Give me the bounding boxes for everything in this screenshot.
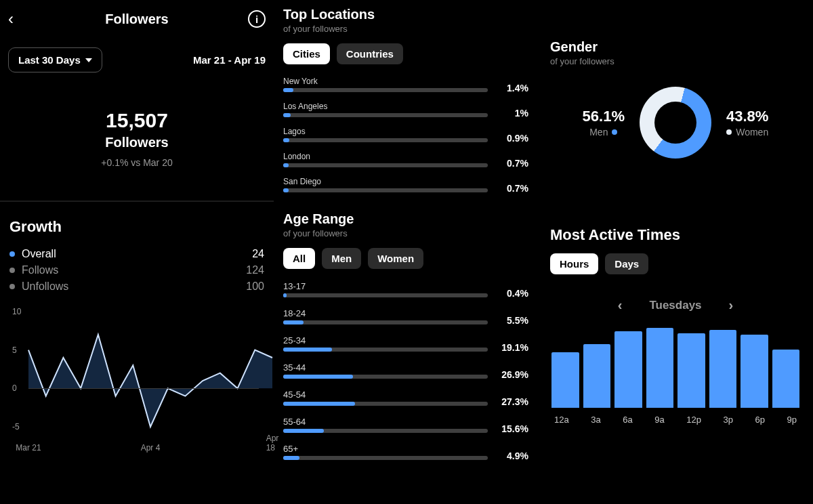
bar-fill xyxy=(283,88,293,92)
tab-countries[interactable]: Countries xyxy=(337,43,403,64)
xtick: Apr 4 xyxy=(141,443,161,453)
tab-women[interactable]: Women xyxy=(368,248,423,269)
locations-tabs: CitiesCountries xyxy=(274,34,538,74)
bar-row: 25-3419.1% xyxy=(274,333,538,360)
bar-fill xyxy=(283,320,304,324)
tab-all[interactable]: All xyxy=(283,248,315,269)
next-day-button[interactable]: › xyxy=(729,297,734,313)
hour-tick: 9a xyxy=(654,415,664,425)
followers-panel: ‹ Followers i Last 30 Days Mar 21 - Apr … xyxy=(0,0,274,504)
bar-fill xyxy=(283,456,299,460)
hour-tick: 3a xyxy=(591,415,600,425)
panel-header: ‹ Followers i xyxy=(0,0,274,38)
tab-men[interactable]: Men xyxy=(322,248,361,269)
xtick: Apr 18 xyxy=(266,434,279,453)
bar-track xyxy=(283,375,488,379)
legend-value: 124 xyxy=(246,264,264,276)
bar-value: 1% xyxy=(495,108,528,119)
bar-label: Lagos xyxy=(283,127,488,136)
growth-section: Growth Overall24Follows124Unfollows100 1… xyxy=(0,202,274,440)
bar-row: 55-6415.6% xyxy=(274,414,538,441)
growth-title: Growth xyxy=(9,218,264,236)
active-times-title: Most Active Times xyxy=(550,226,801,244)
bar-track xyxy=(283,188,488,192)
age-header: Age Range of your followers xyxy=(274,205,538,238)
hour-tick: 9p xyxy=(787,415,796,425)
bar-row: 45-5427.3% xyxy=(274,387,538,414)
bar-value: 0.9% xyxy=(495,133,528,144)
bar-row: 35-4426.9% xyxy=(274,360,538,387)
bar-label: 35-44 xyxy=(283,362,488,373)
hour-bar xyxy=(583,344,611,408)
growth-legend-row: Unfollows100 xyxy=(9,280,264,293)
bar-row: San Diego0.7% xyxy=(274,174,538,199)
tab-hours[interactable]: Hours xyxy=(550,253,598,274)
active-times-xticks: 12a3a6a9a12p3p6p9p xyxy=(550,415,801,425)
hour-bar xyxy=(646,328,674,408)
growth-chart: 1050-5Mar 21Apr 4Apr 18 xyxy=(28,312,259,440)
legend-label: Unfollows xyxy=(22,280,68,293)
back-button[interactable]: ‹ xyxy=(8,9,14,28)
info-icon[interactable]: i xyxy=(248,10,266,28)
bar-fill xyxy=(283,188,289,192)
active-times-tabs: HoursDays xyxy=(550,244,801,284)
date-range-bar: Last 30 Days Mar 21 - Apr 19 xyxy=(0,38,274,89)
bar-label: 25-34 xyxy=(283,335,488,345)
tab-cities[interactable]: Cities xyxy=(283,43,330,64)
prev-day-button[interactable]: ‹ xyxy=(618,297,623,313)
growth-legend-row: Follows124 xyxy=(9,264,264,276)
bar-value: 19.1% xyxy=(495,342,528,353)
gender-subtitle: of your followers xyxy=(550,56,801,66)
bar-label: Los Angeles xyxy=(283,102,488,111)
locations-subtitle: of your followers xyxy=(283,24,528,34)
hour-bar xyxy=(551,352,579,408)
gender-women-pct: 43.8% xyxy=(726,108,768,125)
bar-label: 45-54 xyxy=(283,390,488,400)
day-label: Tuesdays xyxy=(649,299,701,312)
date-range-label: Last 30 Days xyxy=(18,54,81,66)
bar-label: 18-24 xyxy=(283,308,488,318)
xtick: Mar 21 xyxy=(16,443,41,453)
locations-age-panel: Top Locations of your followers CitiesCo… xyxy=(274,0,538,504)
legend-label: Follows xyxy=(22,264,58,276)
bar-row: New York1.4% xyxy=(274,74,538,99)
hour-bar xyxy=(678,333,705,408)
bar-track xyxy=(283,163,488,167)
dot-icon xyxy=(9,251,15,257)
bar-track xyxy=(283,456,488,460)
bar-fill xyxy=(283,293,287,297)
ytick: 5 xyxy=(12,345,17,355)
legend-value: 100 xyxy=(246,280,264,293)
bar-fill xyxy=(283,375,353,379)
date-range-button[interactable]: Last 30 Days xyxy=(8,47,102,72)
bar-fill xyxy=(283,163,289,167)
gender-women: 43.8% Women xyxy=(726,108,768,138)
hour-tick: 12a xyxy=(554,415,569,425)
hour-tick: 12p xyxy=(686,415,701,425)
bar-fill xyxy=(283,429,324,433)
dot-icon xyxy=(9,284,15,289)
gender-breakdown: 56.1% Men 43.8% Women xyxy=(550,87,801,159)
active-times-chart xyxy=(550,327,801,408)
page-title: Followers xyxy=(105,12,168,27)
follower-count: 15,507 xyxy=(0,109,274,132)
gender-men-label: Men xyxy=(589,127,608,138)
locations-title: Top Locations xyxy=(283,7,528,22)
gender-men-pct: 56.1% xyxy=(583,108,625,125)
bar-row: 18-245.5% xyxy=(274,306,538,333)
date-range-text: Mar 21 - Apr 19 xyxy=(193,54,266,66)
bar-value: 15.6% xyxy=(495,423,528,434)
bar-value: 1.4% xyxy=(495,83,528,93)
bar-row: Los Angeles1% xyxy=(274,99,538,124)
hour-tick: 6a xyxy=(623,415,632,425)
bar-row: London0.7% xyxy=(274,149,538,174)
bar-track xyxy=(283,320,488,324)
bar-label: London xyxy=(283,152,488,161)
ytick: 10 xyxy=(12,307,21,316)
tab-days[interactable]: Days xyxy=(605,253,648,274)
day-navigator: ‹ Tuesdays › xyxy=(550,297,801,313)
bar-row: Lagos0.9% xyxy=(274,124,538,149)
age-title: Age Range xyxy=(283,211,528,227)
follower-count-block: 15,507 Followers +0.1% vs Mar 20 xyxy=(0,109,274,168)
bar-value: 27.3% xyxy=(495,396,528,407)
